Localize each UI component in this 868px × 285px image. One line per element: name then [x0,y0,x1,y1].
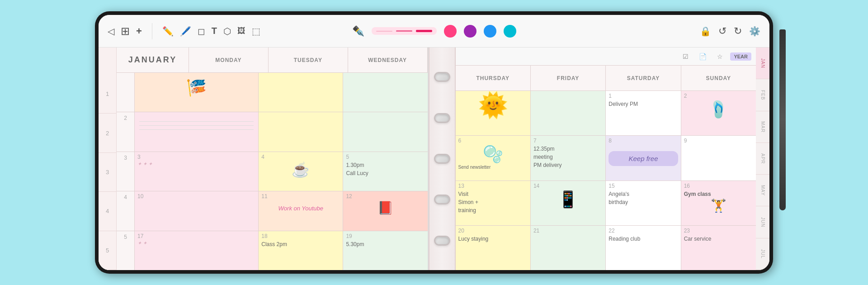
month-tab-jan[interactable]: JAN [756,48,769,79]
right-icons-bar: ☑ 📄 ☆ YEAR [456,48,756,66]
line-thin[interactable] [376,31,392,32]
right-row-1: 🌞 1 Delivery PM 2 🩴 [456,91,756,136]
right-cell-fri-1[interactable] [531,91,606,135]
cal-cell-wed-1[interactable] [343,73,427,112]
pencil-icon[interactable]: ✏️ [162,26,174,37]
right-cell-thu-4[interactable]: 20 Lucy staying [456,226,531,270]
right-cell-fri-3[interactable]: 14 📱 [531,181,606,225]
ring-2 [434,113,450,123]
right-cell-sun-4[interactable]: 23 Car service [681,226,756,270]
cal-cell-mon-4[interactable]: 10 [135,191,259,230]
grid-icon[interactable]: ⊞ [121,25,130,38]
text-icon[interactable]: T [212,26,217,36]
line-thick[interactable] [416,30,432,32]
day-header-fri: FRIDAY [531,66,606,90]
cal-cell-wed-3[interactable]: 5 1.30pmCall Lucy [343,152,427,191]
right-cell-sat-3[interactable]: 15 Angela'sbirthday [606,181,681,225]
color-swatch-pink[interactable] [444,25,457,38]
year-badge[interactable]: YEAR [730,52,751,61]
tablet-screen: ◁ ⊞ + ✏️ 🖊️ ◻ T ⬡ 🖼 ⬚ ✒️ [99,15,769,270]
right-cell-thu-2[interactable]: 6 🫧 Send newsletter [456,136,531,180]
day-header-wed: WEDNESDAY [348,48,428,72]
day-header-sat: SATURDAY [606,66,681,90]
work-youtube-event: Work on Youtube [261,200,340,212]
cal-cell-mon-5[interactable]: 17 ✦ ✦ [135,231,259,270]
right-row-4: 20 Lucy staying 21 22 Reading club [456,226,756,270]
shape-icon[interactable]: ⬡ [223,26,231,37]
cal-cell-wed-4[interactable]: 12 📕 [343,191,427,230]
toolbar-left: ◁ ⊞ + ✏️ 🖊️ ◻ T ⬡ 🖼 ⬚ [108,23,321,39]
cal-cell-mon-1[interactable]: 🎏 [135,73,259,112]
checkbox-icon[interactable]: ☑ [679,51,692,62]
color-swatch-blue[interactable] [484,25,496,38]
week-num-4: 4 [117,191,135,230]
month-tab-jun[interactable]: JUN [756,206,769,238]
back-icon[interactable]: ◁ [108,26,114,37]
cell-num-thu-13: 13 [458,183,528,189]
slippers-sticker: 🩴 [684,100,753,119]
visit-simon-event: VisitSimon +training [458,190,528,214]
cell-num-12: 12 [346,193,425,200]
image-icon[interactable]: 🖼 [237,26,245,36]
month-tab-feb[interactable]: FEB [756,79,769,111]
color-swatch-teal[interactable] [504,25,516,38]
redo-icon[interactable]: ↻ [734,25,742,37]
right-cell-sat-2[interactable]: 8 Keep free [606,136,681,180]
month-tab-may[interactable]: MAY [756,175,769,206]
right-cell-sun-2[interactable]: 9 [681,136,756,180]
color-swatch-purple[interactable] [464,25,476,38]
right-cell-sat-4[interactable]: 22 Reading club [606,226,681,270]
star-icon[interactable]: ☆ [713,51,726,62]
sun-sticker: 🌞 [458,93,528,117]
settings-icon[interactable]: ⚙️ [749,26,760,37]
book-sticker: 📕 [346,200,425,215]
faded-writing-2: ✦ ✦ [137,240,255,246]
eraser-icon[interactable]: ◻ [198,26,205,37]
gym-class-event: Gym class [684,190,753,198]
undo-icon[interactable]: ↺ [718,25,726,37]
line-medium[interactable] [396,30,412,32]
week-num-2: 2 [117,112,135,151]
cell-num-18: 18 [261,233,340,239]
right-cell-fri-4[interactable]: 21 [531,226,606,270]
select-icon[interactable]: ⬚ [252,26,260,37]
note-icon[interactable]: 📄 [696,51,709,62]
pen-icon[interactable]: 🖊️ [180,26,191,37]
530pm-event: 5.30pm [346,240,425,248]
month-tab-mar[interactable]: MAR [756,111,769,143]
cell-num-4: 4 [261,154,340,160]
cal-cell-wed-2[interactable] [343,112,427,151]
month-tab-apr[interactable]: APR [756,143,769,175]
cell-num-sat-22: 22 [609,228,678,234]
cell-num-sat-1: 1 [609,93,678,99]
cell-num-fri-14: 14 [533,183,603,189]
washing-machine-sticker: 🫧 [458,145,528,164]
cal-cell-tue-5[interactable]: 18 Class 2pm [259,231,343,270]
right-cell-sat-1[interactable]: 1 Delivery PM [606,91,681,135]
lock-icon[interactable]: 🔒 [700,26,711,37]
cal-header: JANUARY MONDAY TUESDAY WEDNESDAY [117,48,428,73]
cal-row-4: 4 10 11 Work on Youtube 12 📕 [117,191,428,231]
cal-cell-tue-4[interactable]: 11 Work on Youtube [259,191,343,230]
cal-cell-mon-3[interactable]: 3 ✦ ✦ ✦ [135,152,259,191]
right-cell-thu-3[interactable]: 13 VisitSimon +training [456,181,531,225]
right-cell-fri-2[interactable]: 7 12.35pmmeetingPM delivery [531,136,606,180]
month-tab-jul[interactable]: JUL [756,238,769,270]
pen-right-icon[interactable]: ✒️ [352,25,364,37]
right-row-2: 6 🫧 Send newsletter 7 12.35pmmeetingPM d… [456,136,756,180]
cell-num-10: 10 [137,193,255,200]
ring-5 [434,236,450,246]
cal-cell-tue-3[interactable]: 4 ☕ [259,152,343,191]
cal-cell-wed-5[interactable]: 19 5.30pm [343,231,427,270]
right-cell-thu-1[interactable]: 🌞 [456,91,531,135]
delivery-pm-event: Delivery PM [609,100,678,108]
right-cell-sun-3[interactable]: 16 Gym class 🏋️ [681,181,756,225]
cal-cell-tue-1[interactable] [259,73,343,112]
cal-cell-tue-2[interactable] [259,112,343,151]
right-cell-sun-1[interactable]: 2 🩴 [681,91,756,135]
cell-num-sun-2: 2 [684,93,753,99]
add-icon[interactable]: + [136,25,142,37]
cal-cell-mon-2[interactable] [135,112,259,151]
month-label: JANUARY [117,48,189,72]
toolbar: ◁ ⊞ + ✏️ 🖊️ ◻ T ⬡ 🖼 ⬚ ✒️ [99,15,769,48]
